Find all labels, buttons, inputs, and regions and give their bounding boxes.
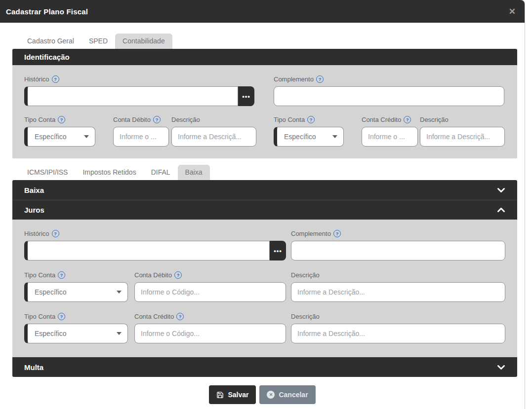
tipo-conta-credito-select[interactable]: Específico — [274, 127, 344, 147]
cadastrar-plano-fiscal-modal: Cadastrar Plano Fiscal ✕ Cadastro Geral … — [0, 0, 525, 409]
tab-icms-ipi-iss[interactable]: ICMS/IPI/ISS — [20, 165, 75, 180]
juros-descricao-debito-input[interactable] — [291, 282, 505, 302]
identificacao-header: Identificação — [12, 49, 517, 65]
conta-debito-input[interactable] — [113, 127, 169, 147]
help-icon[interactable]: ? — [52, 75, 59, 83]
help-icon[interactable]: ? — [58, 271, 65, 279]
descricao-credito-field: Descrição — [420, 115, 505, 147]
save-icon — [216, 391, 224, 399]
help-icon[interactable]: ? — [52, 230, 59, 237]
juros-conta-debito-input[interactable] — [134, 282, 286, 302]
conta-debito-label: Conta Débito — [113, 116, 151, 123]
descricao-debito-field: Descrição — [171, 115, 256, 147]
help-icon[interactable]: ? — [176, 313, 184, 320]
more-options-button[interactable]: ••• — [238, 86, 254, 106]
tipo-conta-label: Tipo Conta — [24, 116, 55, 123]
historico-field: Histórico ? ••• — [24, 75, 254, 106]
cancel-icon: ✕ — [267, 391, 275, 399]
complemento-label: Complemento — [274, 75, 314, 83]
help-icon[interactable]: ? — [316, 75, 324, 83]
juros-conta-debito-field: Conta Débito ? — [134, 271, 286, 302]
juros-tipo-conta-credito-select[interactable]: Específico — [24, 324, 128, 343]
juros-historico-field: Histórico ? ••• — [24, 229, 286, 260]
descricao-label: Descrição — [420, 116, 449, 123]
complemento-field: Complemento ? — [274, 75, 504, 106]
descricao-credito-input[interactable] — [420, 127, 505, 147]
chevron-down-icon — [332, 135, 337, 138]
chevron-down-icon — [117, 332, 122, 335]
chevron-up-icon — [497, 207, 505, 213]
descricao-label: Descrição — [171, 116, 200, 123]
help-icon[interactable]: ? — [58, 116, 65, 123]
descricao-label: Descrição — [291, 313, 320, 320]
tab-baixa[interactable]: Baixa — [178, 165, 210, 180]
identificacao-body: Histórico ? ••• Complemento ? — [12, 65, 517, 158]
historico-label: Histórico — [24, 230, 49, 237]
juros-descricao-credito-input[interactable] — [291, 324, 505, 343]
tab-sped[interactable]: SPED — [82, 34, 115, 49]
juros-historico-input[interactable] — [24, 241, 270, 260]
tipo-conta-label: Tipo Conta — [24, 313, 55, 320]
help-icon[interactable]: ? — [58, 313, 65, 320]
juros-descricao-credito-field: Descrição — [291, 312, 505, 343]
accordion-group: Baixa Juros Histórico ? ••• — [12, 180, 517, 377]
tipo-conta-debito-field: Tipo Conta ? Específico — [24, 115, 95, 147]
help-icon[interactable]: ? — [174, 271, 182, 279]
close-icon[interactable]: ✕ — [509, 7, 516, 16]
conta-debito-field: Conta Débito ? — [113, 115, 169, 147]
juros-body: Histórico ? ••• Complemento ? — [12, 220, 517, 357]
historico-label: Histórico — [24, 75, 49, 83]
conta-credito-label: Conta Crédito — [134, 313, 174, 320]
tipo-conta-credito-field: Tipo Conta ? Específico — [274, 115, 344, 147]
panel-identificacao: Identificação Histórico ? ••• Complement… — [12, 49, 517, 158]
modal-footer: Salvar ✕ Cancelar — [0, 377, 525, 404]
accordion-header-multa[interactable]: Multa — [12, 357, 517, 377]
complemento-input[interactable] — [274, 86, 504, 106]
juros-tipo-conta-credito-field: Tipo Conta ? Específico — [24, 312, 128, 343]
tipo-conta-label: Tipo Conta — [24, 271, 55, 279]
page-title: Cadastrar Plano Fiscal — [6, 7, 88, 16]
juros-tipo-conta-debito-field: Tipo Conta ? Específico — [24, 271, 128, 302]
save-button[interactable]: Salvar — [209, 385, 256, 404]
help-icon[interactable]: ? — [307, 116, 315, 123]
tax-tabs: ICMS/IPI/ISS Impostos Retidos DIFAL Baix… — [20, 165, 525, 180]
conta-credito-field: Conta Crédito ? — [362, 115, 418, 147]
chevron-down-icon — [117, 291, 122, 294]
conta-debito-label: Conta Débito — [134, 271, 172, 279]
descricao-debito-input[interactable] — [171, 127, 256, 147]
more-options-button[interactable]: ••• — [270, 241, 286, 260]
juros-conta-credito-input[interactable] — [134, 324, 286, 343]
juros-descricao-debito-field: Descrição — [291, 271, 505, 302]
juros-complemento-input[interactable] — [291, 241, 505, 260]
tab-impostos-retidos[interactable]: Impostos Retidos — [75, 165, 143, 180]
historico-input[interactable] — [24, 86, 238, 106]
juros-conta-credito-field: Conta Crédito ? — [134, 312, 286, 343]
tipo-conta-debito-select[interactable]: Específico — [24, 127, 95, 147]
chevron-down-icon — [84, 135, 89, 138]
main-tabs: Cadastro Geral SPED Contabilidade — [20, 34, 525, 49]
chevron-down-icon — [497, 187, 505, 193]
descricao-label: Descrição — [291, 271, 320, 279]
help-icon[interactable]: ? — [333, 230, 341, 237]
cancel-button[interactable]: ✕ Cancelar — [259, 385, 315, 404]
juros-tipo-conta-debito-select[interactable]: Específico — [24, 282, 128, 302]
modal-title-bar: Cadastrar Plano Fiscal ✕ — [0, 0, 525, 23]
tab-difal[interactable]: DIFAL — [144, 165, 178, 180]
accordion-header-juros[interactable]: Juros — [12, 200, 517, 220]
accordion-header-baixa[interactable]: Baixa — [12, 180, 517, 200]
tab-contabilidade[interactable]: Contabilidade — [115, 34, 172, 49]
tipo-conta-label: Tipo Conta — [274, 116, 305, 123]
juros-complemento-field: Complemento ? — [291, 229, 505, 260]
conta-credito-input[interactable] — [362, 127, 418, 147]
tab-cadastro-geral[interactable]: Cadastro Geral — [20, 34, 82, 49]
complemento-label: Complemento — [291, 230, 331, 237]
help-icon[interactable]: ? — [153, 116, 161, 123]
conta-credito-label: Conta Crédito — [362, 116, 401, 123]
chevron-down-icon — [497, 365, 505, 370]
help-icon[interactable]: ? — [404, 116, 411, 123]
